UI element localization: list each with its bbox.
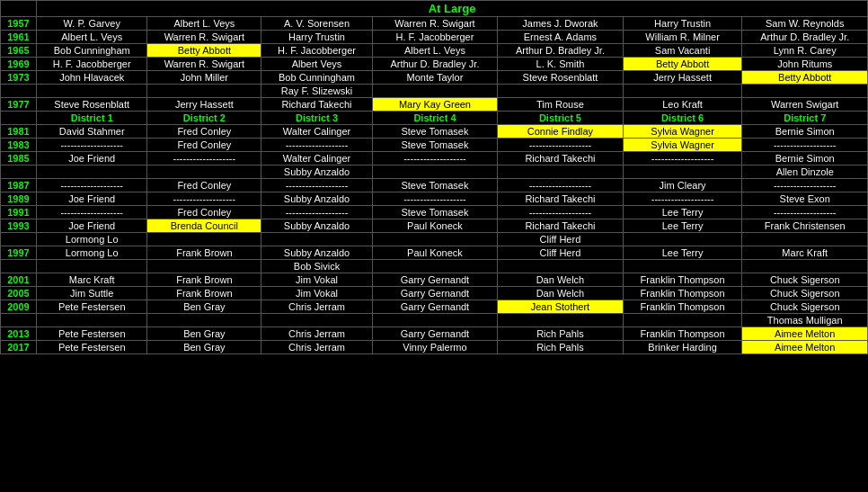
cell: Sam W. Reynolds: [742, 17, 868, 31]
cell: Harry Trustin: [261, 31, 372, 44]
cell: Franklin Thompson: [623, 300, 742, 314]
cell: Jim Vokal: [261, 273, 372, 287]
cell-yellow: Betty Abbott: [623, 58, 742, 71]
row-1989: 1989 Joe Friend ------------------- Subb…: [1, 192, 868, 206]
cell: [742, 260, 868, 273]
cell: [147, 314, 261, 327]
cell: -------------------: [498, 179, 623, 192]
cell: Fred Conley: [147, 206, 261, 219]
cell: -------------------: [37, 206, 147, 219]
cell: [147, 165, 261, 179]
cell-yellow: Sylvia Wagner: [623, 125, 742, 139]
cell: [623, 85, 742, 98]
cell: -------------------: [261, 206, 372, 219]
cell: William R. Milner: [623, 31, 742, 44]
year-1977: 1977: [1, 98, 37, 112]
district-header-row: District 1 District 2 District 3 Distric…: [1, 112, 868, 125]
cell: [1, 85, 37, 98]
cell: -------------------: [742, 139, 868, 152]
cell: [623, 260, 742, 273]
cell: Dan Welch: [498, 287, 623, 300]
row-1985: 1985 Joe Friend ------------------- Walt…: [1, 152, 868, 165]
cell: John Miller: [147, 71, 261, 85]
cell: Steve Tomasek: [372, 125, 497, 139]
cell: Richard Takechi: [261, 98, 372, 112]
row-1973: 1973 John Hlavacek John Miller Bob Cunni…: [1, 71, 868, 85]
district-1-header: District 1: [37, 112, 147, 125]
cell: Richard Takechi: [498, 152, 623, 165]
row-1993: 1993 Joe Friend Brenda Council Subby Anz…: [1, 219, 868, 233]
cell: Jerry Hassett: [623, 71, 742, 85]
cell: -------------------: [261, 139, 372, 152]
cell: Jim Suttle: [37, 287, 147, 300]
cell: Albert Veys: [261, 58, 372, 71]
cell: [1, 112, 37, 125]
row-2001: 2001 Marc Kraft Frank Brown Jim Vokal Ga…: [1, 273, 868, 287]
cell-yellow: Aimee Melton: [742, 327, 868, 341]
cell-yellow: Sylvia Wagner: [623, 139, 742, 152]
cell: [498, 260, 623, 273]
cell-yellow: Connie Findlay: [498, 125, 623, 139]
cell: -------------------: [742, 179, 868, 192]
year-1961: 1961: [1, 31, 37, 44]
year-1973: 1973: [1, 71, 37, 85]
cell: Frank Christensen: [742, 219, 868, 233]
at-large-header: At Large: [37, 1, 868, 17]
year-1969: 1969: [1, 58, 37, 71]
cell: Cliff Herd: [498, 233, 623, 246]
year-1991: 1991: [1, 206, 37, 219]
row-1981: 1981 David Stahmer Fred Conley Walter Ca…: [1, 125, 868, 139]
cell: Lormong Lo: [37, 246, 147, 260]
cell: Fred Conley: [147, 139, 261, 152]
year-1997: 1997: [1, 246, 37, 260]
cell: Subby Anzaldo: [261, 165, 372, 179]
district-5-header: District 5: [498, 112, 623, 125]
cell: Joe Friend: [37, 219, 147, 233]
cell: -------------------: [623, 152, 742, 165]
cell: Dan Welch: [498, 273, 623, 287]
cell: Richard Takechi: [498, 219, 623, 233]
cell: -------------------: [261, 179, 372, 192]
cell: Warren Swigart: [742, 98, 868, 112]
cell: Bernie Simon: [742, 125, 868, 139]
row-1965: 1965 Bob Cunningham Betty Abbott H. F. J…: [1, 44, 868, 58]
row-1991: 1991 ------------------- Fred Conley ---…: [1, 206, 868, 219]
cell: Garry Gernandt: [372, 327, 497, 341]
cell: Cliff Herd: [498, 246, 623, 260]
cell: Jim Vokal: [261, 287, 372, 300]
cell: Jim Cleary: [623, 179, 742, 192]
cell: [742, 85, 868, 98]
cell: [37, 165, 147, 179]
cell: Chuck Sigerson: [742, 273, 868, 287]
cell: Bob Cunningham: [261, 71, 372, 85]
cell: Richard Takechi: [498, 192, 623, 206]
cell: [498, 314, 623, 327]
cell: Pete Festersen: [37, 341, 147, 354]
cell: Ben Gray: [147, 327, 261, 341]
cell: [742, 233, 868, 246]
cell: -------------------: [372, 192, 497, 206]
cell: Warren R. Swigart: [147, 31, 261, 44]
row-1961: 1961 Albert L. Veys Warren R. Swigart Ha…: [1, 31, 868, 44]
cell: Chris Jerram: [261, 341, 372, 354]
district-2-header: District 2: [147, 112, 261, 125]
cell: [37, 314, 147, 327]
cell: Franklin Thompson: [623, 327, 742, 341]
row-1969: 1969 H. F. Jacobberger Warren R. Swigart…: [1, 58, 868, 71]
cell: Frank Brown: [147, 287, 261, 300]
cell: -------------------: [498, 139, 623, 152]
cell: [1, 233, 37, 246]
cell: Ben Gray: [147, 300, 261, 314]
year-1987: 1987: [1, 179, 37, 192]
cell: -------------------: [37, 139, 147, 152]
cell: [372, 260, 497, 273]
cell: [37, 260, 147, 273]
cell: Vinny Palermo: [372, 341, 497, 354]
cell: A. V. Sorensen: [261, 17, 372, 31]
cell: Steve Rosenblatt: [498, 71, 623, 85]
year-2001: 2001: [1, 273, 37, 287]
cell: Harry Trustin: [623, 17, 742, 31]
cell: [1, 260, 37, 273]
cell: -------------------: [147, 152, 261, 165]
cell: -------------------: [498, 206, 623, 219]
